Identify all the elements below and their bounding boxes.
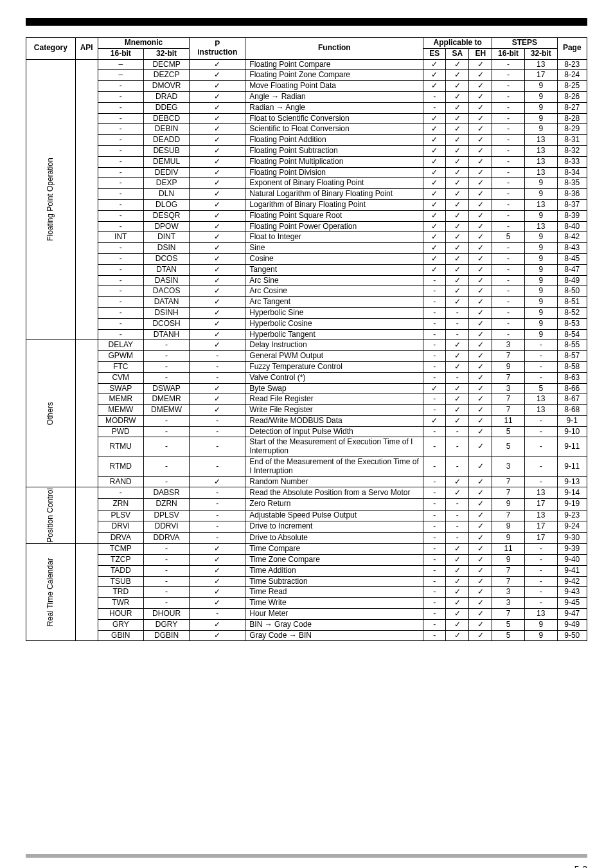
cell-sa: - [446, 510, 469, 521]
cell-b32: - [143, 437, 189, 457]
category-cell: Position Control [26, 487, 76, 544]
cell-s16: 3 [492, 383, 525, 394]
cell-es: - [423, 598, 446, 609]
table-row: Position Control-DABSR-Read the Absolute… [26, 487, 587, 499]
cell-s32: - [524, 554, 557, 565]
cell-b16: - [98, 253, 143, 264]
cell-func: Gray Code → BIN [245, 630, 423, 641]
cell-b32: DEMUL [143, 156, 189, 167]
cell-eh: ✓ [469, 189, 492, 200]
table-row: Floating Point Operation–DECMP✓Floating … [26, 59, 587, 70]
cell-sa: ✓ [446, 630, 469, 641]
cell-b32: - [143, 544, 189, 555]
cell-es: ✓ [423, 156, 446, 167]
cell-b16: ZRN [98, 499, 143, 511]
cell-sa: ✓ [446, 91, 469, 102]
cell-s32: 17 [524, 521, 557, 533]
cell-eh: ✓ [469, 329, 492, 340]
cell-sa: ✓ [446, 476, 469, 487]
cell-func: Drive to Increment [245, 521, 423, 533]
cell-s16: 7 [492, 476, 525, 487]
cell-s32: - [524, 457, 557, 477]
cell-s32: 13 [524, 145, 557, 156]
cell-p: ✓ [190, 178, 245, 189]
cell-eh: ✓ [469, 405, 492, 416]
col-page: Page [557, 38, 587, 60]
cell-page: 8-42 [557, 232, 587, 243]
cell-es: ✓ [423, 59, 446, 70]
cell-func: Exponent of Binary Floating Point [245, 178, 423, 189]
cell-es: - [423, 340, 446, 351]
cell-b16: - [98, 102, 143, 113]
cell-func: Tangent [245, 264, 423, 275]
cell-sa: ✓ [446, 264, 469, 275]
cell-eh: ✓ [469, 59, 492, 70]
cell-page: 8-25 [557, 81, 587, 92]
table-row: -DCOS✓Cosine✓✓✓-98-45 [26, 253, 587, 264]
cell-eh: ✓ [469, 113, 492, 124]
cell-p: ✓ [190, 145, 245, 156]
table-row: CVM--Valve Control (*)--✓7-8-63 [26, 372, 587, 383]
cell-p: ✓ [190, 318, 245, 329]
cell-es: - [423, 91, 446, 102]
cell-p: ✓ [190, 554, 245, 565]
cell-s32: 13 [524, 135, 557, 146]
cell-s16: - [492, 135, 525, 146]
cell-sa: - [446, 521, 469, 533]
cell-eh: ✓ [469, 253, 492, 264]
cell-p: ✓ [190, 383, 245, 394]
cell-b32: DPOW [143, 221, 189, 232]
cell-sa: - [446, 426, 469, 437]
cell-es: ✓ [423, 221, 446, 232]
cell-b16: GRY [98, 619, 143, 630]
col-function: Function [245, 38, 423, 60]
cell-s32: 13 [524, 167, 557, 178]
col-s32: 32-bit [524, 48, 557, 59]
table-row: TWR-✓Time Write-✓✓3-9-45 [26, 598, 587, 609]
cell-sa: ✓ [446, 405, 469, 416]
table-row: DRVADDRVA-Drive to Absolute--✓9179-30 [26, 532, 587, 544]
cell-es: ✓ [423, 383, 446, 394]
cell-p: ✓ [190, 199, 245, 210]
cell-page: 8-26 [557, 91, 587, 102]
cell-sa: ✓ [446, 243, 469, 254]
table-row: RTMD--End of the Measurement of the Exec… [26, 457, 587, 477]
cell-sa: ✓ [446, 487, 469, 499]
table-row: DRVIDDRVI-Drive to Increment--✓9179-24 [26, 521, 587, 533]
cell-es: ✓ [423, 199, 446, 210]
cell-sa: - [446, 437, 469, 457]
cell-s32: 13 [524, 221, 557, 232]
table-row: -DESQR✓Floating Point Square Root✓✓✓-98-… [26, 210, 587, 221]
cell-es: - [423, 499, 446, 511]
cell-s32: 5 [524, 383, 557, 394]
cell-b32: DSINH [143, 307, 189, 318]
cell-s32: 9 [524, 232, 557, 243]
cell-p: ✓ [190, 630, 245, 641]
cell-s32: 13 [524, 199, 557, 210]
cell-sa: ✓ [446, 70, 469, 81]
cell-b16: - [98, 275, 143, 286]
table-row: OthersDELAY-✓Delay Instruction-✓✓3-8-55 [26, 340, 587, 351]
cell-sa: ✓ [446, 619, 469, 630]
cell-func: Start of the Measurement of Execution Ti… [245, 437, 423, 457]
cell-page: 9-30 [557, 532, 587, 544]
cell-s16: - [492, 124, 525, 135]
cell-b16: TZCP [98, 554, 143, 565]
cell-page: 8-27 [557, 102, 587, 113]
table-row: RTMU--Start of the Measurement of Execut… [26, 437, 587, 457]
cell-s32: 17 [524, 532, 557, 544]
table-row: -DEDIV✓Floating Point Division✓✓✓-138-34 [26, 167, 587, 178]
cell-s16: 9 [492, 499, 525, 511]
cell-eh: ✓ [469, 351, 492, 362]
table-row: PWD--Detection of Input Pulse Width--✓5-… [26, 426, 587, 437]
cell-b16: RTMU [98, 437, 143, 457]
cell-page: 8-29 [557, 124, 587, 135]
cell-s16: 11 [492, 544, 525, 555]
category-cell: Floating Point Operation [26, 59, 76, 340]
cell-b16: - [98, 178, 143, 189]
table-row: –DEZCP✓Floating Point Zone Compare✓✓✓-17… [26, 70, 587, 81]
cell-func: Read File Register [245, 394, 423, 405]
cell-s16: - [492, 253, 525, 264]
cell-sa: - [446, 372, 469, 383]
cell-s32: - [524, 576, 557, 587]
